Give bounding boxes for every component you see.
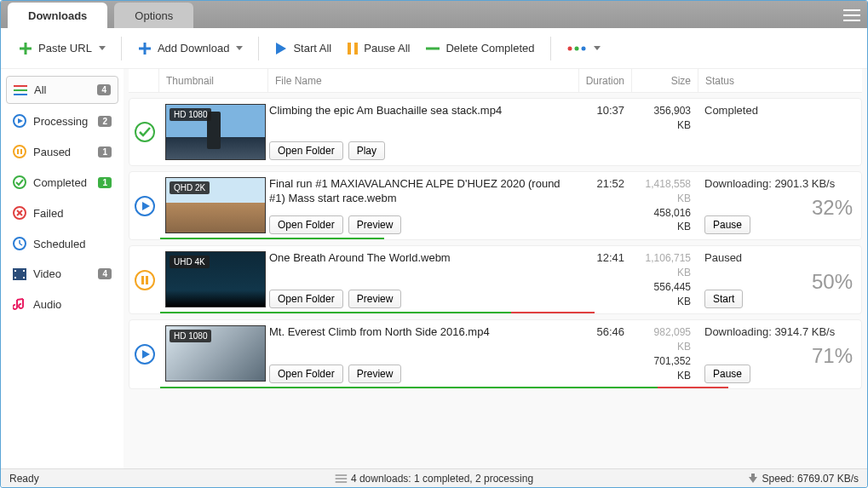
start-all-button[interactable]: Start All xyxy=(269,38,336,59)
add-download-button[interactable]: Add Download xyxy=(132,37,249,60)
menu-icon[interactable] xyxy=(843,6,860,25)
download-row[interactable]: QHD 2KFinal run #1 MAXIAVALANCHE ALPE D'… xyxy=(129,171,862,240)
percent: 32% xyxy=(812,196,853,220)
paste-url-label: Paste URL xyxy=(38,42,92,55)
sidebar-item-processing[interactable]: Processing2 xyxy=(6,107,118,135)
svg-point-35 xyxy=(135,271,154,290)
chevron-down-icon[interactable] xyxy=(99,46,106,50)
preview-button[interactable]: Preview xyxy=(348,215,402,234)
duration: 12:41 xyxy=(578,246,631,313)
svg-point-10 xyxy=(581,46,585,50)
size: 1,106,715 KB556,445 KB xyxy=(631,246,698,313)
sidebar-item-label: All xyxy=(34,83,46,96)
thumbnail[interactable]: HD 1080 xyxy=(165,325,266,382)
duration: 10:37 xyxy=(578,99,631,165)
tab-options[interactable]: Options xyxy=(114,3,193,28)
filename: Climbing the epic Am Buachaille sea stac… xyxy=(269,104,572,118)
badge: 1 xyxy=(98,177,112,188)
pause-all-label: Pause All xyxy=(364,42,410,55)
open-folder-button[interactable]: Open Folder xyxy=(269,290,343,308)
chevron-down-icon[interactable] xyxy=(594,46,601,50)
start-button[interactable]: Start xyxy=(704,290,743,308)
header-size[interactable]: Size xyxy=(632,69,698,92)
svg-marker-15 xyxy=(18,118,23,123)
sidebar-item-label: Audio xyxy=(33,298,61,311)
sidebar-item-paused[interactable]: Paused1 xyxy=(6,138,118,165)
preview-button[interactable]: Preview xyxy=(348,365,402,383)
scheduled-icon xyxy=(13,237,26,250)
svg-point-8 xyxy=(567,46,572,50)
state-icon xyxy=(129,246,160,313)
list-icon xyxy=(335,474,347,484)
badge: 4 xyxy=(97,84,111,95)
size: 356,903 KB xyxy=(631,99,698,165)
delete-completed-label: Delete Completed xyxy=(445,42,534,55)
preview-button[interactable]: Preview xyxy=(348,290,402,308)
percent: 50% xyxy=(812,270,853,294)
status-mid: 4 downloads: 1 completed, 2 processing xyxy=(351,473,533,485)
sidebar-item-failed[interactable]: Failed xyxy=(6,199,118,227)
delete-completed-button[interactable]: Delete Completed xyxy=(420,38,539,58)
status-text: Downloading: 3914.7 KB/s xyxy=(704,325,854,338)
sidebar-item-label: Completed xyxy=(33,176,87,189)
pause-button[interactable]: Pause xyxy=(704,215,750,234)
tab-downloads[interactable]: Downloads xyxy=(8,3,107,28)
sidebar-item-completed[interactable]: Completed1 xyxy=(6,169,118,196)
sidebar-item-all[interactable]: All4 xyxy=(6,76,118,104)
status-text: Completed xyxy=(704,104,854,117)
chevron-down-icon[interactable] xyxy=(236,46,243,50)
header-thumbnail[interactable]: Thumbnail xyxy=(159,69,268,92)
more-icon xyxy=(566,44,587,53)
play-icon xyxy=(274,42,288,55)
badge: 4 xyxy=(98,268,112,279)
sidebar: All4Processing2Paused1Completed1FailedSc… xyxy=(1,69,124,468)
plus-icon xyxy=(18,41,33,56)
svg-line-25 xyxy=(20,244,22,245)
svg-line-31 xyxy=(17,299,23,300)
sidebar-item-label: Video xyxy=(33,267,61,280)
size: 1,418,558 KB458,016 KB xyxy=(631,172,698,239)
pause-all-button[interactable]: Pause All xyxy=(342,38,415,59)
status: Downloading: 2901.3 KB/s32%Pause xyxy=(698,172,861,239)
quality-badge: UHD 4K xyxy=(170,255,210,268)
download-row[interactable]: HD 1080Climbing the epic Am Buachaille s… xyxy=(129,98,862,166)
svg-rect-28 xyxy=(14,277,16,278)
play-button[interactable]: Play xyxy=(348,141,385,160)
sidebar-item-video[interactable]: Video4 xyxy=(6,261,118,287)
download-list: Thumbnail File Name Duration Size Status… xyxy=(124,69,867,468)
status-text: Downloading: 2901.3 KB/s xyxy=(704,177,854,190)
svg-rect-36 xyxy=(141,276,144,284)
thumbnail[interactable]: HD 1080 xyxy=(165,104,266,160)
open-folder-button[interactable]: Open Folder xyxy=(269,365,343,383)
failed-icon xyxy=(13,206,26,220)
percent: 71% xyxy=(812,344,853,368)
pause-button[interactable]: Pause xyxy=(704,365,750,383)
svg-point-16 xyxy=(14,146,26,158)
svg-rect-37 xyxy=(146,276,148,284)
open-folder-button[interactable]: Open Folder xyxy=(269,215,343,234)
sidebar-item-scheduled[interactable]: Scheduled xyxy=(6,230,118,257)
header-status[interactable]: Status xyxy=(698,69,862,92)
paste-url-button[interactable]: Paste URL xyxy=(13,37,111,60)
progress-bar xyxy=(160,387,861,388)
header-duration[interactable]: Duration xyxy=(579,69,632,92)
completed-icon xyxy=(13,175,26,189)
state-icon xyxy=(129,172,160,239)
pause-icon xyxy=(347,42,359,55)
download-row[interactable]: UHD 4KOne Breath Around The World.webmOp… xyxy=(129,245,862,314)
header-filename[interactable]: File Name xyxy=(268,69,579,92)
more-actions-button[interactable] xyxy=(561,41,606,56)
thumbnail[interactable]: QHD 2K xyxy=(165,177,266,233)
duration: 21:52 xyxy=(578,172,631,239)
tabs-bar: Downloads Options xyxy=(1,1,867,28)
svg-point-9 xyxy=(574,46,578,50)
svg-point-19 xyxy=(14,176,26,188)
status: Completed xyxy=(698,99,861,165)
download-arrow-icon xyxy=(748,474,758,484)
filename: Mt. Everest Climb from North Side 2016.m… xyxy=(269,325,572,340)
open-folder-button[interactable]: Open Folder xyxy=(269,141,343,160)
download-row[interactable]: HD 1080Mt. Everest Climb from North Side… xyxy=(129,319,862,388)
sidebar-item-audio[interactable]: Audio xyxy=(6,290,118,318)
thumbnail[interactable]: UHD 4K xyxy=(165,251,266,307)
quality-badge: HD 1080 xyxy=(170,330,211,342)
